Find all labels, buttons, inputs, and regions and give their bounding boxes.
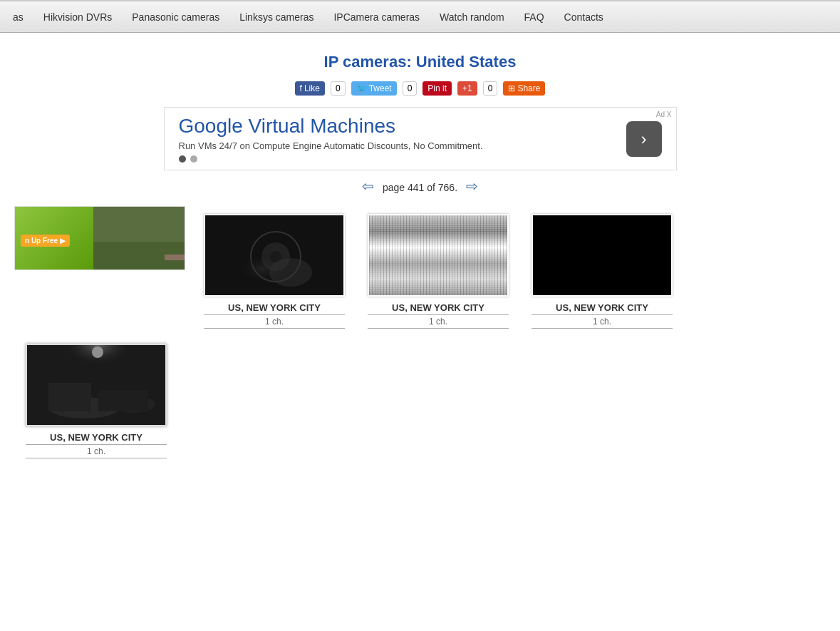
svg-point-16 xyxy=(269,258,312,287)
left-ad-column: n Up Free ▶ xyxy=(14,206,185,277)
ad-label: Ad X xyxy=(656,111,672,118)
tweet-label: Tweet xyxy=(369,83,392,93)
svg-point-30 xyxy=(433,230,476,258)
page-title: IP cameras: United States xyxy=(14,53,826,71)
nav-item-watch-random[interactable]: Watch random xyxy=(430,7,514,27)
svg-rect-8 xyxy=(165,255,185,260)
second-row: US, NEW YORK CITY 1 ch. xyxy=(14,337,826,466)
ad-left-section: n Up Free ▶ xyxy=(15,206,93,270)
prev-page-arrow[interactable]: ⇦ xyxy=(362,178,374,194)
facebook-icon: f xyxy=(300,83,302,93)
svg-rect-17 xyxy=(369,215,507,295)
svg-rect-26 xyxy=(369,272,507,277)
signup-button[interactable]: n Up Free ▶ xyxy=(21,235,70,247)
camera-thumbnail-3 xyxy=(532,214,673,297)
svg-rect-21 xyxy=(369,235,507,239)
camera-channels-4: 1 ch. xyxy=(26,444,167,458)
svg-rect-37 xyxy=(48,383,91,411)
camera-item-4[interactable]: US, NEW YORK CITY 1 ch. xyxy=(14,337,178,466)
ad-title: Google Virtual Machines xyxy=(179,115,662,138)
camera-channels-1: 1 ch. xyxy=(204,314,345,329)
svg-rect-1 xyxy=(93,206,185,242)
nav-item-as[interactable]: as xyxy=(3,7,33,27)
camera-channels-2: 1 ch. xyxy=(368,314,509,329)
main-content: IP cameras: United States f Like 0 🐦 Twe… xyxy=(0,33,840,473)
page-info: page 441 of 766. xyxy=(383,182,457,193)
camera-feed-3 xyxy=(533,215,671,295)
svg-rect-20 xyxy=(369,226,507,235)
camera-location-2: US, NEW YORK CITY xyxy=(363,302,514,313)
ad-arrow-button[interactable]: › xyxy=(626,121,662,157)
camera-thumbnail-1 xyxy=(204,214,345,297)
camera-location-3: US, NEW YORK CITY xyxy=(527,302,678,313)
nav-item-panasonic[interactable]: Panasonic cameras xyxy=(122,7,229,27)
twitter-icon: 🐦 xyxy=(356,83,367,93)
gplus-label: +1 xyxy=(462,83,472,93)
svg-rect-22 xyxy=(369,240,507,246)
ad-description: Run VMs 24/7 on Compute Engine Automatic… xyxy=(179,140,662,151)
facebook-like-button[interactable]: f Like xyxy=(295,81,325,96)
like-label: Like xyxy=(304,83,320,93)
share-button[interactable]: ⊞ Share xyxy=(503,81,545,96)
svg-rect-38 xyxy=(98,390,148,411)
left-ad-banner[interactable]: n Up Free ▶ xyxy=(14,206,185,270)
camera-feed-2 xyxy=(369,215,507,295)
camera-location-4: US, NEW YORK CITY xyxy=(20,432,172,443)
pinterest-pin-button[interactable]: Pin it xyxy=(422,81,452,96)
social-bar: f Like 0 🐦 Tweet 0 Pin it +1 0 ⊞ Share xyxy=(14,81,826,96)
pagination: ⇦ page 441 of 766. ⇨ xyxy=(14,178,826,195)
svg-rect-29 xyxy=(369,294,507,295)
svg-point-34 xyxy=(92,347,103,358)
content-row: n Up Free ▶ xyxy=(14,206,826,337)
share-label: Share xyxy=(517,83,540,93)
nav-item-faq[interactable]: FAQ xyxy=(514,7,554,27)
svg-rect-25 xyxy=(369,262,507,271)
next-page-arrow[interactable]: ⇨ xyxy=(466,178,478,194)
svg-rect-24 xyxy=(369,256,507,261)
gplus-count: 0 xyxy=(483,81,498,96)
svg-rect-19 xyxy=(369,222,507,225)
camera-item-3[interactable]: US, NEW YORK CITY 1 ch. xyxy=(520,206,684,337)
pin-label: Pin it xyxy=(427,83,447,93)
nav-item-hikvision[interactable]: Hikvision DVRs xyxy=(33,7,122,27)
camera-feed-1 xyxy=(205,215,343,295)
tweet-count: 0 xyxy=(403,81,418,96)
dot-2 xyxy=(190,155,197,163)
camera-item-2[interactable]: US, NEW YORK CITY 1 ch. xyxy=(356,206,520,337)
nav-item-ipcamera[interactable]: IPCamera cameras xyxy=(323,7,430,27)
svg-rect-27 xyxy=(369,278,507,285)
dot-1 xyxy=(179,155,186,163)
svg-rect-18 xyxy=(369,215,507,221)
camera-thumbnail-4 xyxy=(26,344,167,426)
cameras-column: US, NEW YORK CITY 1 ch. xyxy=(192,206,826,337)
twitter-tweet-button[interactable]: 🐦 Tweet xyxy=(351,81,397,96)
camera-location-1: US, NEW YORK CITY xyxy=(199,302,350,313)
camera-channels-3: 1 ch. xyxy=(532,314,673,329)
gplus-button[interactable]: +1 xyxy=(457,81,477,96)
camera-thumbnail-2 xyxy=(368,214,509,297)
nav-item-linksys[interactable]: Linksys cameras xyxy=(229,7,323,27)
svg-rect-28 xyxy=(369,287,507,292)
svg-rect-23 xyxy=(369,247,507,255)
google-ad-banner[interactable]: Ad X Google Virtual Machines Run VMs 24/… xyxy=(164,107,677,170)
svg-point-31 xyxy=(408,252,444,278)
navbar: as Hikvision DVRs Panasonic cameras Link… xyxy=(0,0,840,33)
nav-item-contacts[interactable]: Contacts xyxy=(554,7,613,27)
ad-carousel-dots xyxy=(179,155,662,163)
share-icon: ⊞ xyxy=(508,83,515,93)
camera-item-1[interactable]: US, NEW YORK CITY 1 ch. xyxy=(192,206,356,337)
like-count: 0 xyxy=(331,81,346,96)
ad-image xyxy=(93,206,185,270)
